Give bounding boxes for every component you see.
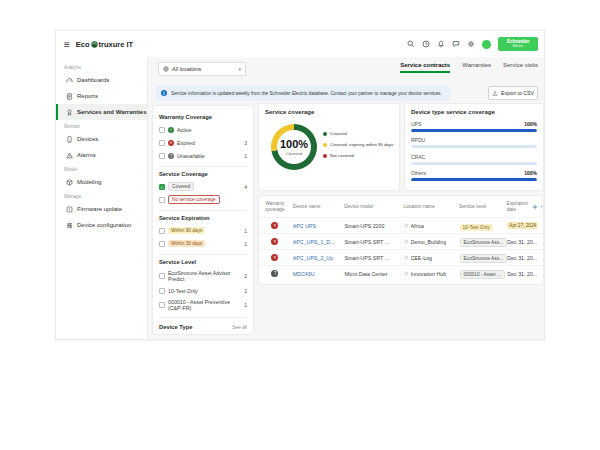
menu-icon[interactable]: ≡: [64, 39, 70, 50]
checkbox[interactable]: [159, 241, 165, 247]
app-window: ≡ Eco truxure IT Schneider Electric: [55, 30, 545, 340]
feedback-icon[interactable]: [452, 40, 460, 48]
table-row[interactable]: ? MDC43U Micro Data Center Innovation Hu…: [259, 265, 543, 281]
expiration-date: Dec 31, 20...: [507, 255, 537, 261]
bar-fill: [411, 129, 537, 132]
filter-option-expired[interactable]: ✕ Expired 3: [159, 136, 247, 149]
col-header-location-name[interactable]: Location name: [404, 204, 459, 210]
location-selector[interactable]: All locations ▾: [158, 62, 246, 76]
tab-bar: Service contracts Warranties Service vis…: [400, 62, 538, 73]
filter-option-unavailable[interactable]: ? Unavailable 1: [159, 149, 247, 162]
download-icon: [492, 90, 498, 96]
filter-option-label: 000010 - Asset Preventive (C&P-FR): [168, 299, 241, 311]
history-icon[interactable]: [422, 40, 430, 48]
device-name-link[interactable]: MDC43U: [293, 271, 345, 277]
tab-service-contracts[interactable]: Service contracts: [400, 62, 450, 73]
donut-legend: Covered Covered, expiring within 90 days…: [323, 131, 399, 158]
see-all-link[interactable]: See all: [232, 325, 247, 330]
expiration-date-chip: Apr 27, 2024: [507, 222, 538, 229]
legend-label: Covered, expiring within 90 days: [330, 142, 393, 147]
checkbox-checked[interactable]: ✓: [159, 184, 165, 190]
device-type-coverage-card: Device type service coverage UPS 100% RP…: [404, 103, 544, 191]
filter-option-no-service-coverage[interactable]: No service coverage: [159, 193, 247, 206]
table-row[interactable]: × APC_UPS_1_D... Smart-UPS SRT ... Demo_…: [259, 233, 543, 249]
sidebar-item-alarms[interactable]: Alarms: [56, 147, 147, 163]
service-contracts-table: Warranty coverage Device name Device mod…: [258, 195, 544, 285]
col-header-device-name[interactable]: Device name: [291, 204, 344, 210]
device-name-link[interactable]: APC_UPS_1_D...: [293, 239, 345, 245]
col-header-expiration-date[interactable]: Expiration date: [507, 201, 533, 212]
filter-option-within-30-days[interactable]: Within 30 days 1: [159, 237, 247, 250]
legend-dot-not-covered: [323, 154, 327, 158]
service-level-chip: EcoStruxure Ass...: [460, 254, 507, 263]
user-avatar[interactable]: [482, 40, 491, 49]
page: ≡ Eco truxure IT Schneider Electric: [0, 0, 600, 450]
checkbox[interactable]: [159, 140, 165, 146]
notifications-icon[interactable]: [437, 40, 445, 48]
filter-option-count: 1: [244, 241, 247, 247]
table-row[interactable]: × APC UPS Smart-UPS 2200 Africa 10-Test …: [259, 217, 543, 233]
search-icon[interactable]: [407, 40, 415, 48]
location-pin-icon: [404, 223, 409, 229]
x-circle-icon: ✕: [168, 140, 174, 146]
bar-track: [411, 129, 537, 132]
bar-label: Others: [411, 170, 426, 176]
sidebar-item-label: Modeling: [77, 179, 101, 185]
sidebar-item-firmware-update[interactable]: Firmware update: [56, 201, 147, 217]
export-csv-button[interactable]: Export to CSV: [488, 86, 538, 100]
checkbox[interactable]: [159, 153, 165, 159]
main-content: All locations ▾ Service contracts Warran…: [148, 57, 544, 339]
filter-option-covered[interactable]: ✓ Covered 4: [159, 180, 247, 193]
location-name: Innovation Hub: [411, 271, 447, 277]
sidebar-item-device-configuration[interactable]: Device configuration: [56, 217, 147, 233]
col-header-device-model[interactable]: Device model: [344, 204, 403, 210]
tab-warranties[interactable]: Warranties: [462, 62, 491, 73]
expired-badge-icon: ×: [271, 254, 278, 261]
filter-option-asset-preventive[interactable]: 000010 - Asset Preventive (C&P-FR) 1: [159, 297, 247, 313]
logo-text-post: truxure IT: [99, 40, 134, 49]
filter-option-within-90-days[interactable]: Within 90 days 1: [159, 224, 247, 237]
column-settings-icon[interactable]: [532, 204, 538, 210]
filter-option-label: EcoStruxure Asset Advisor Predict: [168, 270, 241, 282]
sidebar-item-dashboards[interactable]: Dashboards: [56, 72, 147, 88]
bar-row-ups: UPS 100%: [411, 121, 537, 132]
divider: [159, 166, 247, 167]
checkbox[interactable]: [159, 228, 165, 234]
info-banner-text: Service information is updated weekly fr…: [171, 91, 442, 96]
card-title: Service coverage: [265, 109, 393, 115]
checkbox[interactable]: [159, 273, 165, 279]
filter-option-asset-advisor-predict[interactable]: EcoStruxure Asset Advisor Predict 2: [159, 268, 247, 284]
service-coverage-card: Service coverage 100% Covered Covered: [258, 103, 400, 191]
device-icon: [66, 136, 73, 143]
sidebar-item-modeling[interactable]: Modeling: [56, 174, 147, 190]
table-row[interactable]: × APC_UPS_2_Up Smart-UPS SRT ... CEE-Log…: [259, 249, 543, 265]
filter-option-10-test-only[interactable]: 10-Test Only 1: [159, 284, 247, 297]
settings-icon[interactable]: [467, 40, 475, 48]
col-header-warranty-coverage[interactable]: Warranty coverage: [259, 201, 291, 212]
coverage-donut-chart: 100% Covered: [271, 124, 317, 170]
sidebar-item-services-and-warranties[interactable]: Services and Warranties: [56, 104, 147, 120]
sidebar: Analyze Dashboards Reports Services and …: [56, 57, 148, 339]
device-name-link[interactable]: APC UPS: [293, 223, 345, 229]
checkbox[interactable]: [159, 302, 165, 308]
device-name-link[interactable]: APC_UPS_2_Up: [293, 255, 345, 261]
legend-item: Not covered: [323, 153, 399, 158]
checkbox[interactable]: [159, 197, 165, 203]
sidebar-item-reports[interactable]: Reports: [56, 88, 147, 104]
checkbox[interactable]: [159, 288, 165, 294]
sidebar-item-devices[interactable]: Devices: [56, 131, 147, 147]
filter-option-active[interactable]: ✓ Active: [159, 123, 247, 136]
sidebar-item-label: Services and Warranties: [77, 109, 146, 115]
sidebar-item-label: Device configuration: [77, 222, 131, 228]
filter-option-count: 1: [244, 153, 247, 159]
check-circle-icon: ✓: [168, 127, 174, 133]
bar-fill: [411, 178, 537, 181]
col-header-service-level[interactable]: Service level: [459, 204, 507, 210]
checkbox[interactable]: [159, 127, 165, 133]
sidebar-section-manage: Manage: [56, 190, 147, 201]
filter-option-chip: No service coverage: [168, 195, 220, 204]
bar-value: 100%: [524, 170, 537, 176]
sort-ascending-icon[interactable]: ↑: [540, 204, 543, 210]
tab-service-visits[interactable]: Service visits: [503, 62, 538, 73]
location-name: Demo_Building: [411, 239, 447, 245]
